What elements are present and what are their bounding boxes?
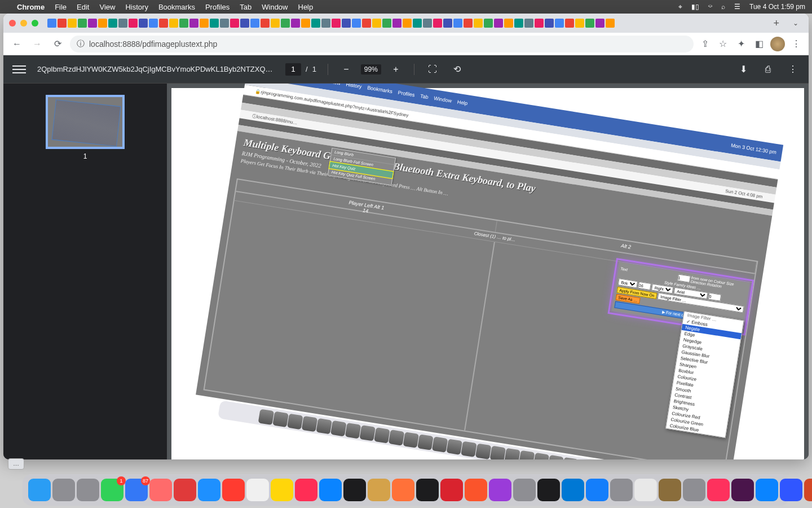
tab-favicon[interactable] xyxy=(413,19,422,28)
tab-favicon[interactable] xyxy=(392,19,401,28)
tab-favicon[interactable] xyxy=(47,19,56,28)
tab-favicon[interactable] xyxy=(68,19,77,28)
dock-app-slack[interactable] xyxy=(731,479,754,501)
tab-favicon[interactable] xyxy=(555,19,564,28)
dock-app-settings[interactable] xyxy=(513,479,536,501)
dock-app-podcasts[interactable] xyxy=(489,479,511,501)
profile-avatar[interactable] xyxy=(770,37,785,51)
tab-favicon[interactable] xyxy=(565,19,574,28)
address-bar[interactable]: ⓘ localhost:8888/pdfimageplustext.php xyxy=(70,36,694,52)
tab-favicon[interactable] xyxy=(159,19,168,28)
download-button[interactable]: ⬇ xyxy=(736,63,750,76)
dock-app-ppt[interactable] xyxy=(804,479,812,501)
extensions-icon[interactable]: ✦ xyxy=(734,37,748,51)
dock-app-opera[interactable] xyxy=(174,479,196,501)
tab-favicon[interactable] xyxy=(403,19,412,28)
menu-tab[interactable]: Tab xyxy=(240,3,251,11)
menu-edit[interactable]: Edit xyxy=(77,3,89,11)
dock-app-terminal[interactable] xyxy=(537,479,560,501)
sidebar-toggle-button[interactable] xyxy=(12,63,26,76)
dock-app-tv[interactable] xyxy=(343,479,366,501)
dock-app-launchpad[interactable] xyxy=(52,479,75,501)
tab-favicon[interactable] xyxy=(108,19,117,28)
site-info-icon[interactable]: ⓘ xyxy=(77,39,85,49)
dock-app-xcode[interactable] xyxy=(586,479,608,501)
dock-app-photos[interactable] xyxy=(149,479,172,501)
tab-favicon[interactable] xyxy=(149,19,158,28)
tab-favicon[interactable] xyxy=(58,19,67,28)
forward-button[interactable]: → xyxy=(29,36,45,52)
tab-favicon[interactable] xyxy=(179,19,188,28)
dock-app-settings[interactable] xyxy=(77,479,99,501)
dock-app-brave[interactable] xyxy=(465,479,487,501)
dock-app-settings[interactable] xyxy=(610,479,633,501)
kebab-menu-icon[interactable]: ⋮ xyxy=(789,37,803,51)
tab-favicon[interactable] xyxy=(281,19,290,28)
tab-favicon[interactable] xyxy=(301,19,310,28)
reload-button[interactable]: ⟳ xyxy=(50,36,65,52)
rotate-button[interactable]: ⟲ xyxy=(451,63,464,76)
dock-app-intellij[interactable] xyxy=(707,479,730,501)
control-center-icon[interactable]: ☰ xyxy=(734,3,740,11)
tab-favicon[interactable] xyxy=(372,19,381,28)
tab-favicon[interactable] xyxy=(342,19,351,28)
tab-favicon[interactable] xyxy=(524,19,533,28)
tab-favicon[interactable] xyxy=(332,19,341,28)
dock-app-settings[interactable] xyxy=(683,479,705,501)
tab-favicon[interactable] xyxy=(595,19,604,28)
dock-app-firefox[interactable] xyxy=(392,479,414,501)
tab-favicon[interactable] xyxy=(98,19,107,28)
tab-favicon[interactable] xyxy=(240,19,249,28)
wifi-icon[interactable]: ⌔ xyxy=(708,3,712,11)
dock-app-music[interactable] xyxy=(295,479,317,501)
tab-favicon[interactable] xyxy=(545,19,554,28)
page-thumbnail[interactable] xyxy=(46,95,125,149)
fit-page-button[interactable]: ⛶ xyxy=(426,63,439,76)
dock-app-mail[interactable]: 87 xyxy=(125,479,148,501)
battery-icon[interactable]: ▮▯ xyxy=(691,3,699,11)
tab-overflow-button[interactable]: ⌄ xyxy=(788,19,803,27)
tab-favicon[interactable] xyxy=(423,19,432,28)
share-icon[interactable]: ⇪ xyxy=(698,37,712,51)
dock-app-palette[interactable] xyxy=(368,479,390,501)
minimize-window-button[interactable] xyxy=(20,20,27,27)
tab-favicon[interactable] xyxy=(261,19,270,28)
tab-favicon[interactable] xyxy=(129,19,138,28)
dock-app-finder[interactable] xyxy=(28,479,51,501)
menu-view[interactable]: View xyxy=(99,3,115,11)
dock-app-messages[interactable]: 1 xyxy=(101,479,123,501)
dock-app-textedit[interactable] xyxy=(634,479,657,501)
app-name[interactable]: Chrome xyxy=(17,3,45,11)
tab-favicon[interactable] xyxy=(352,19,361,28)
tab-favicon[interactable] xyxy=(606,19,615,28)
tab-favicon[interactable] xyxy=(575,19,584,28)
close-window-button[interactable] xyxy=(9,20,16,27)
tab-favicon[interactable] xyxy=(535,19,544,28)
tab-favicon[interactable] xyxy=(474,19,483,28)
sidepanel-icon[interactable]: ◧ xyxy=(752,37,766,51)
search-icon[interactable]: ⌕ xyxy=(721,3,725,11)
tab-favicon[interactable] xyxy=(139,19,148,28)
zoom-out-button[interactable]: − xyxy=(339,63,353,76)
dock-app-appstore[interactable] xyxy=(319,479,342,501)
menu-profiles[interactable]: Profiles xyxy=(205,3,230,11)
zoom-level[interactable]: 99% xyxy=(361,64,381,75)
dock-app-safari[interactable] xyxy=(198,479,220,501)
tab-favicon[interactable] xyxy=(169,19,178,28)
dock-app-filezilla[interactable] xyxy=(440,479,463,501)
tab-favicon[interactable] xyxy=(362,19,371,28)
more-actions-button[interactable]: ⋮ xyxy=(786,63,800,76)
menu-bookmarks[interactable]: Bookmarks xyxy=(158,3,195,11)
tab-favicon[interactable] xyxy=(321,19,330,28)
dock-app-vscode[interactable] xyxy=(562,479,584,501)
tab-favicon[interactable] xyxy=(78,19,87,28)
back-button[interactable]: ← xyxy=(9,36,25,52)
tab-favicon[interactable] xyxy=(210,19,219,28)
tab-favicon[interactable] xyxy=(311,19,320,28)
menu-file[interactable]: File xyxy=(55,3,67,11)
tab-favicon[interactable] xyxy=(443,19,452,28)
menu-help[interactable]: Help xyxy=(298,3,314,11)
dock-app-notes[interactable] xyxy=(271,479,293,501)
page-number-input[interactable] xyxy=(285,63,301,76)
tab-favicon[interactable] xyxy=(484,19,493,28)
